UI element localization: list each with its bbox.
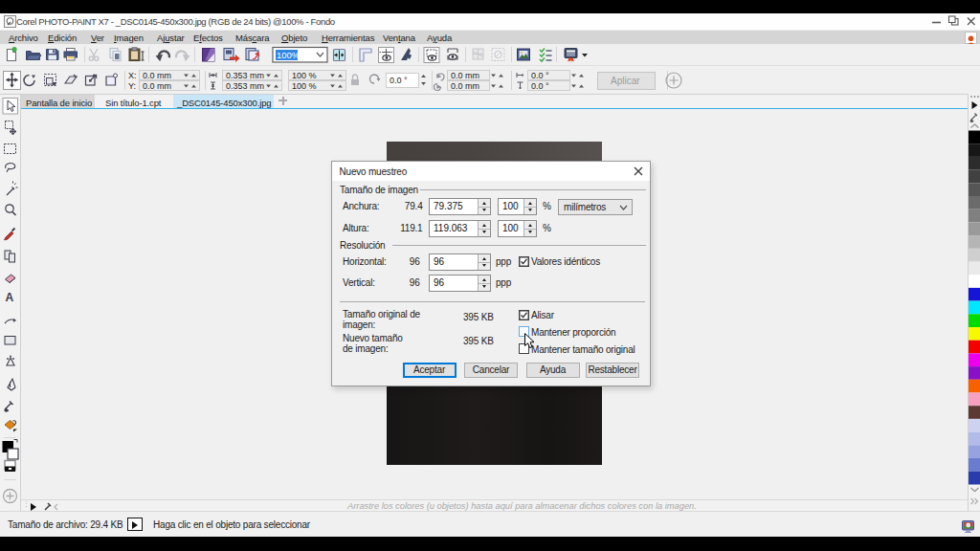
svg-text:0.0 mm: 0.0 mm <box>451 81 479 91</box>
svg-text:0.0 °: 0.0 ° <box>531 81 549 91</box>
svg-text:X:: X: <box>128 71 137 80</box>
svg-text:0.0 °: 0.0 ° <box>531 71 549 80</box>
svg-text:0.0 °: 0.0 ° <box>390 76 408 85</box>
svg-text:0.0 mm: 0.0 mm <box>143 71 171 80</box>
svg-text:100 %: 100 % <box>292 81 317 91</box>
svg-text:0.0 mm: 0.0 mm <box>451 71 479 80</box>
svg-text:0.353 mm: 0.353 mm <box>226 81 264 91</box>
svg-text:Aplicar: Aplicar <box>611 76 640 86</box>
svg-text:A: A <box>6 291 14 304</box>
svg-text:0.353 mm: 0.353 mm <box>226 71 264 80</box>
svg-text:0.0 mm: 0.0 mm <box>143 81 171 91</box>
svg-text:100%: 100% <box>277 50 301 60</box>
svg-text:100 %: 100 % <box>292 71 317 80</box>
svg-text:Y:: Y: <box>128 81 136 91</box>
